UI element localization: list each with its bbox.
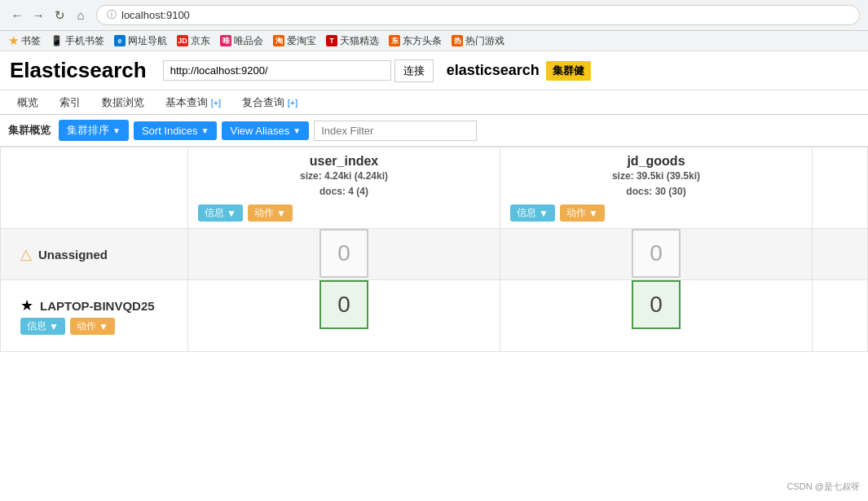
jd-info-button[interactable]: 信息 ▼	[510, 204, 555, 222]
bookmark-label: 京东	[191, 34, 210, 48]
node-empty-cell	[812, 280, 867, 352]
shard-box-assigned-user: 0	[319, 280, 368, 329]
index-size-jd: size: 39.5ki (39.5ki)	[510, 169, 802, 184]
info-dropdown-icon: ▼	[227, 208, 236, 219]
node-row-header: ★ LAPTOP-BINVQD25	[20, 297, 168, 314]
index-docs-user: docs: 4 (4)	[198, 184, 490, 200]
bookmark-label: 书签	[21, 34, 41, 48]
index-name-jd: jd_goods	[510, 154, 802, 169]
bookmarks-bar: ★ 书签 📱 手机书签 e 网址导航 JD 京东 唯 唯品会 淘 爱淘宝 T 天…	[0, 31, 868, 51]
cluster-status-badge: 集群健	[546, 61, 591, 81]
table-row-unassigned: △ Unassigned 0 0	[1, 229, 868, 280]
tab-overview[interactable]: 概览	[7, 90, 49, 114]
app-title: Elasticsearch	[10, 58, 147, 83]
node-name-text: LAPTOP-BINVQD25	[40, 299, 155, 313]
dongfang-icon: 东	[389, 35, 400, 46]
browser-chrome: ← → ↻ ⌂ ⓘ localhost:9100	[0, 0, 868, 31]
unassigned-text: Unassigned	[38, 248, 108, 261]
games-icon: 热	[452, 35, 463, 46]
node-shard-user: 0	[188, 280, 500, 352]
star-bookmark-icon: ★	[8, 33, 19, 48]
shard-box-assigned-jd: 0	[632, 280, 681, 329]
bookmark-label: 网址导航	[128, 34, 167, 48]
main-content: user_index size: 4.24ki (4.24ki) docs: 4…	[0, 147, 868, 352]
unassigned-shard-jd: 0	[500, 229, 812, 280]
warning-icon: △	[20, 245, 32, 263]
node-row-content: ★ LAPTOP-BINVQD25 信息 ▼ 动作 ▼	[11, 287, 178, 345]
index-header-user: user_index size: 4.24ki (4.24ki) docs: 4…	[188, 147, 500, 229]
shard-box-unassigned-user: 0	[319, 229, 368, 278]
user-info-button[interactable]: 信息 ▼	[198, 204, 243, 222]
bookmark-label: 天猫精选	[340, 34, 379, 48]
node-action-dropdown: ▼	[99, 321, 108, 332]
index-name-user: user_index	[198, 154, 490, 169]
forward-button[interactable]: →	[29, 7, 47, 24]
bookmark-dongfang[interactable]: 东 东方头条	[389, 34, 442, 48]
table-row-node: ★ LAPTOP-BINVQD25 信息 ▼ 动作 ▼	[1, 280, 868, 352]
index-filter-input[interactable]	[314, 121, 477, 141]
cluster-sort-button[interactable]: 集群排序	[59, 120, 129, 141]
tmall-icon: T	[326, 35, 337, 46]
unassigned-shard-user: 0	[188, 229, 500, 280]
jd-icon: JD	[177, 35, 188, 46]
node-info-dropdown: ▼	[49, 321, 59, 332]
view-aliases-button[interactable]: View Aliases	[222, 121, 309, 140]
tab-compound-query[interactable]: 复合查询 [+]	[231, 90, 308, 114]
taobao-icon: 淘	[273, 35, 284, 46]
nav-tabs: 概览 索引 数据浏览 基本查询 [+] 复合查询 [+]	[0, 90, 868, 115]
bookmark-vip[interactable]: 唯 唯品会	[220, 34, 263, 48]
jd-action-button[interactable]: 动作 ▼	[560, 204, 605, 222]
watermark: CSDN @是七叔呀	[787, 481, 860, 493]
bookmark-label: 热门游戏	[465, 34, 504, 48]
compound-query-plus: [+]	[288, 98, 298, 108]
bookmark-jd[interactable]: JD 京东	[177, 34, 210, 48]
address-text: localhost:9100	[121, 9, 190, 21]
home-button[interactable]: ⌂	[72, 7, 90, 24]
tab-indices[interactable]: 索引	[49, 90, 91, 114]
bookmark-taobao[interactable]: 淘 爱淘宝	[273, 34, 316, 48]
back-button[interactable]: ←	[8, 7, 26, 24]
tab-basic-query[interactable]: 基本查询 [+]	[155, 90, 231, 114]
index-docs-jd: docs: 30 (30)	[510, 184, 802, 200]
bookmark-nav[interactable]: e 网址导航	[114, 34, 167, 48]
index-actions-jd: 信息 ▼ 动作 ▼	[510, 204, 802, 222]
node-label-cell: ★ LAPTOP-BINVQD25 信息 ▼ 动作 ▼	[1, 280, 188, 352]
bookmark-mobile[interactable]: 📱 手机书签	[51, 34, 104, 48]
sort-indices-button[interactable]: Sort Indices	[134, 121, 218, 140]
info-icon: ⓘ	[107, 8, 117, 22]
bookmark-games[interactable]: 热 热门游戏	[452, 34, 504, 48]
bookmark-label: 东方头条	[403, 34, 442, 48]
connect-button[interactable]: 连接	[394, 59, 434, 82]
bookmark-label: 唯品会	[234, 34, 263, 48]
node-sub-actions: 信息 ▼ 动作 ▼	[20, 318, 168, 335]
app-header: Elasticsearch 连接 elasticsearch 集群健	[0, 51, 868, 90]
action-dropdown-icon: ▼	[588, 208, 598, 219]
bookmark-label: 爱淘宝	[287, 34, 316, 48]
cluster-name: elasticsearch	[447, 62, 540, 79]
node-star-icon: ★	[20, 297, 33, 314]
nav-buttons: ← → ↻ ⌂	[8, 7, 90, 24]
node-action-button[interactable]: 动作 ▼	[70, 318, 115, 335]
basic-query-plus: [+]	[211, 98, 222, 108]
shard-box-unassigned-jd: 0	[632, 229, 681, 278]
vip-icon: 唯	[220, 35, 231, 46]
user-action-button[interactable]: 动作 ▼	[248, 204, 293, 222]
bookmark-tmall[interactable]: T 天猫精选	[326, 34, 379, 48]
node-shard-jd: 0	[500, 280, 812, 352]
bookmark-star[interactable]: ★ 书签	[8, 33, 41, 48]
empty-header	[1, 147, 188, 229]
nav-icon: e	[114, 35, 126, 46]
reload-button[interactable]: ↻	[51, 7, 68, 24]
unassigned-label-cell: △ Unassigned	[1, 229, 188, 280]
index-table: user_index size: 4.24ki (4.24ki) docs: 4…	[0, 147, 868, 352]
toolbar: 集群概览 集群排序 Sort Indices View Aliases	[0, 115, 868, 147]
unassigned-row-label: △ Unassigned	[11, 235, 178, 273]
index-actions-user: 信息 ▼ 动作 ▼	[198, 204, 490, 222]
tab-data-browser[interactable]: 数据浏览	[91, 90, 155, 114]
url-input[interactable]	[163, 60, 391, 81]
address-bar[interactable]: ⓘ localhost:9100	[96, 5, 860, 25]
bookmark-label: 手机书签	[65, 34, 104, 48]
mobile-icon: 📱	[51, 35, 63, 46]
index-size-user: size: 4.24ki (4.24ki)	[198, 169, 490, 184]
node-info-button[interactable]: 信息 ▼	[20, 318, 65, 335]
